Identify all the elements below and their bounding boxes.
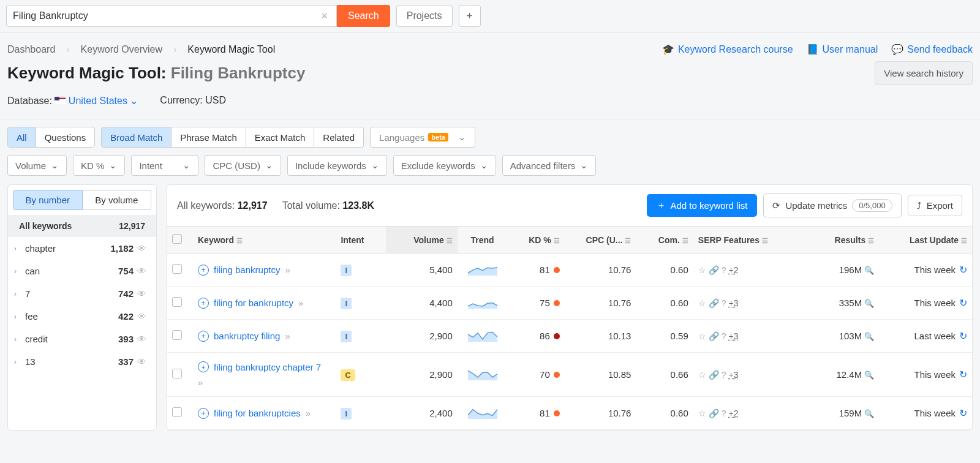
filter-cpc[interactable]: CPC (USD)⌄ — [205, 155, 281, 176]
serp-more[interactable]: +2 — [729, 408, 739, 418]
serp-more[interactable]: +2 — [729, 265, 739, 275]
projects-button[interactable]: Projects — [396, 5, 453, 27]
add-project-button[interactable]: + — [459, 5, 481, 27]
keyword-link[interactable]: filing for bankruptcies — [214, 408, 301, 418]
serp-features-cell[interactable]: ☆ 🔗 ? +3 — [698, 298, 796, 308]
col-last[interactable]: Last Update☰ — [879, 227, 972, 254]
manual-link[interactable]: 📘 User manual — [807, 43, 878, 55]
add-keyword-icon[interactable]: + — [198, 265, 209, 276]
row-checkbox[interactable] — [172, 330, 182, 340]
eye-icon[interactable]: 👁 — [137, 356, 146, 367]
keyword-link[interactable]: filing bankruptcy chapter 7 — [214, 362, 321, 372]
eye-icon[interactable]: 👁 — [137, 311, 146, 322]
serp-more[interactable]: +3 — [729, 370, 739, 380]
expand-icon[interactable]: » — [285, 331, 290, 341]
filter-volume[interactable]: Volume⌄ — [7, 155, 67, 176]
filter-exclude[interactable]: Exclude keywords⌄ — [393, 155, 496, 176]
add-keyword-icon[interactable]: + — [198, 298, 209, 309]
expand-icon[interactable]: » — [298, 298, 303, 308]
sidebar-item-name: fee — [25, 311, 118, 322]
export-button[interactable]: ⤴ Export — [908, 195, 962, 216]
col-trend[interactable]: Trend — [458, 227, 508, 254]
row-checkbox[interactable] — [172, 297, 182, 307]
col-com[interactable]: Com.☰ — [636, 227, 693, 254]
keyword-link[interactable]: filing for bankruptcy — [214, 298, 293, 308]
sidebar-item[interactable]: › chapter 1,182 👁 — [8, 237, 156, 260]
feedback-link[interactable]: 💬 Send feedback — [891, 43, 973, 55]
add-keyword-icon[interactable]: + — [198, 331, 209, 342]
serp-snapshot-icon[interactable]: 🔍 — [864, 332, 874, 341]
tab-phrase-match[interactable]: Phrase Match — [171, 127, 246, 147]
add-keyword-icon[interactable]: + — [198, 408, 209, 419]
add-keyword-icon[interactable]: + — [198, 361, 209, 372]
col-intent[interactable]: Intent — [336, 227, 386, 254]
serp-snapshot-icon[interactable]: 🔍 — [864, 409, 874, 418]
clear-icon[interactable]: × — [318, 10, 330, 23]
database-value[interactable]: United States — [69, 96, 127, 106]
eye-icon[interactable]: 👁 — [137, 288, 146, 299]
serp-features-cell[interactable]: ☆ 🔗 ? +3 — [698, 331, 796, 341]
sidebar-item[interactable]: › fee 422 👁 — [8, 305, 156, 328]
col-serp[interactable]: SERP Features☰ — [693, 227, 801, 254]
serp-snapshot-icon[interactable]: 🔍 — [864, 299, 874, 308]
sidebar-tab-number[interactable]: By number — [13, 190, 83, 210]
eye-icon[interactable]: 👁 — [137, 266, 146, 276]
sidebar-all-keywords[interactable]: All keywords 12,917 — [8, 215, 156, 237]
filter-advanced[interactable]: Advanced filters⌄ — [502, 155, 597, 176]
eye-icon[interactable]: 👁 — [137, 243, 146, 254]
tab-all[interactable]: All — [8, 127, 36, 147]
serp-features-cell[interactable]: ☆ 🔗 ? +2 — [698, 408, 796, 418]
keyword-link[interactable]: filing bankruptcy — [214, 265, 280, 275]
serp-more[interactable]: +3 — [729, 331, 739, 341]
filter-include[interactable]: Include keywords⌄ — [287, 155, 387, 176]
search-input[interactable] — [13, 10, 318, 21]
refresh-icon[interactable]: ↻ — [959, 408, 967, 418]
sidebar-item[interactable]: › can 754 👁 — [8, 260, 156, 282]
view-history-button[interactable]: View search history — [875, 61, 973, 85]
expand-icon[interactable]: » — [306, 408, 311, 418]
refresh-icon[interactable]: ↻ — [959, 331, 967, 341]
serp-more[interactable]: +3 — [729, 298, 739, 308]
row-checkbox[interactable] — [172, 407, 182, 417]
col-kd[interactable]: KD %☰ — [507, 227, 564, 254]
col-cpc[interactable]: CPC (U...☰ — [565, 227, 636, 254]
expand-icon[interactable]: » — [285, 265, 290, 275]
eye-icon[interactable]: 👁 — [137, 334, 146, 344]
serp-features-cell[interactable]: ☆ 🔗 ? +2 — [698, 265, 796, 275]
course-link[interactable]: 🎓 Keyword Research course — [662, 43, 793, 55]
serp-features-cell[interactable]: ☆ 🔗 ? +3 — [698, 370, 796, 380]
keyword-link[interactable]: bankruptcy filing — [214, 331, 280, 341]
select-all-checkbox[interactable] — [172, 234, 182, 244]
tab-related[interactable]: Related — [314, 127, 363, 147]
sidebar-all-label: All keywords — [19, 221, 72, 231]
expand-icon[interactable]: » — [198, 377, 203, 388]
breadcrumb-overview[interactable]: Keyword Overview — [81, 44, 162, 55]
com-cell: 0.60 — [636, 254, 693, 287]
col-volume[interactable]: Volume☰ — [386, 227, 458, 254]
database-selector[interactable]: Database: United States ⌄ — [7, 95, 138, 107]
row-checkbox[interactable] — [172, 264, 182, 274]
languages-dropdown[interactable]: Languages beta ⌄ — [370, 127, 475, 148]
filter-kd[interactable]: KD %⌄ — [73, 155, 125, 176]
sidebar-item[interactable]: › 7 742 👁 — [8, 282, 156, 305]
filter-intent[interactable]: Intent⌄ — [131, 155, 198, 176]
tab-broad-match[interactable]: Broad Match — [102, 127, 171, 147]
add-to-list-button[interactable]: ＋ Add to keyword list — [647, 194, 758, 217]
serp-snapshot-icon[interactable]: 🔍 — [864, 266, 874, 275]
sidebar-tab-volume[interactable]: By volume — [83, 190, 152, 210]
sidebar-item[interactable]: › credit 393 👁 — [8, 328, 156, 350]
refresh-icon[interactable]: ↻ — [959, 298, 967, 308]
col-keyword[interactable]: Keyword☰ — [193, 227, 336, 254]
search-button[interactable]: Search — [337, 5, 390, 27]
refresh-icon[interactable]: ↻ — [959, 265, 967, 275]
tab-questions[interactable]: Questions — [36, 127, 95, 147]
col-results[interactable]: Results☰ — [801, 227, 879, 254]
update-metrics-button[interactable]: ⟳ Update metrics 0/5,000 — [763, 194, 901, 217]
serp-snapshot-icon[interactable]: 🔍 — [864, 371, 874, 380]
row-checkbox[interactable] — [172, 369, 182, 378]
export-icon: ⤴ — [917, 200, 922, 211]
sidebar-item[interactable]: › 13 337 👁 — [8, 350, 156, 373]
refresh-icon[interactable]: ↻ — [959, 369, 967, 380]
tab-exact-match[interactable]: Exact Match — [246, 127, 314, 147]
breadcrumb-dashboard[interactable]: Dashboard — [7, 44, 55, 55]
